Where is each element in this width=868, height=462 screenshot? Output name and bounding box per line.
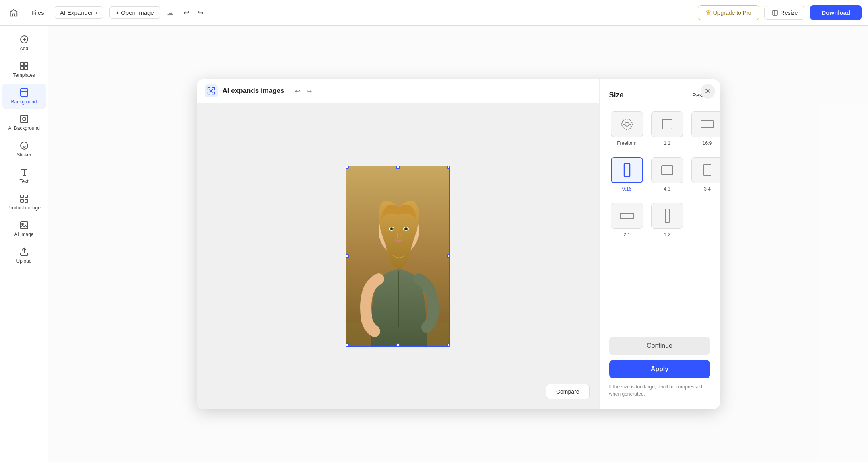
svg-rect-14 <box>21 222 28 229</box>
size-option-1-2[interactable]: 1:2 <box>649 200 685 241</box>
sidebar-item-templates[interactable]: Templates <box>2 57 46 82</box>
size-icon-4-3 <box>651 157 683 183</box>
add-icon <box>19 35 29 44</box>
size-option-2-1[interactable]: 2:1 <box>609 200 645 241</box>
modal-controls: Size Reset <box>599 79 720 409</box>
size-option-16-9[interactable]: 16:9 <box>690 108 720 149</box>
size-icon-1-2 <box>651 203 683 229</box>
size-icon-16-9 <box>691 111 720 137</box>
svg-point-25 <box>405 228 407 230</box>
undo-redo-group: ↩ ↪ <box>180 6 207 20</box>
sticker-icon <box>19 141 29 150</box>
svg-rect-35 <box>624 164 630 177</box>
size-label-4-3: 4:3 <box>664 186 670 192</box>
modal-header: AI expands images ↩ ↪ <box>197 79 599 103</box>
svg-rect-11 <box>25 195 28 198</box>
compare-button[interactable]: Compare <box>546 384 590 399</box>
svg-rect-12 <box>21 199 23 202</box>
size-icon-3-4 <box>691 157 720 183</box>
modal-title: AI expands images <box>223 87 285 95</box>
undo-button[interactable]: ↩ <box>180 6 193 20</box>
svg-rect-33 <box>662 119 672 129</box>
svg-point-8 <box>23 117 26 121</box>
open-image-button[interactable]: + Open Image <box>109 6 160 19</box>
ai-image-icon <box>19 220 29 230</box>
svg-rect-2 <box>21 62 24 66</box>
text-icon <box>19 167 29 177</box>
svg-point-22 <box>390 228 392 230</box>
svg-rect-34 <box>701 121 714 128</box>
modal-close-button[interactable]: ✕ <box>701 84 715 99</box>
topbar: Files AI Expander ▾ + Open Image ☁ ↩ ↪ ♛… <box>0 0 868 26</box>
modal-redo-button[interactable]: ↪ <box>304 86 314 97</box>
upgrade-button[interactable]: ♛ Upgrade to Pro <box>698 5 759 20</box>
size-icon-1-1 <box>651 111 683 137</box>
svg-rect-37 <box>704 164 711 176</box>
size-icon-2-1 <box>611 203 643 229</box>
size-options-grid: Freeform 1:1 <box>609 108 710 241</box>
size-option-1-1[interactable]: 1:1 <box>649 108 685 149</box>
svg-rect-6 <box>21 89 28 96</box>
modal-header-icon <box>205 84 218 97</box>
sidebar-item-ai-image[interactable]: AI Image <box>2 216 46 241</box>
sidebar-item-sticker[interactable]: Sticker <box>2 137 46 162</box>
upload-icon <box>19 247 29 257</box>
sidebar-item-ai-background[interactable]: AI Background <box>2 110 46 135</box>
files-button[interactable]: Files <box>27 7 48 18</box>
ai-expand-icon <box>207 86 216 95</box>
sidebar: Add Templates Background AI Background S… <box>0 26 48 462</box>
size-option-9-16[interactable]: 9:16 <box>609 154 645 195</box>
size-label-1-1: 1:1 <box>664 140 670 146</box>
cloud-icon[interactable]: ☁ <box>167 8 174 17</box>
svg-point-15 <box>22 223 23 225</box>
sidebar-item-upload[interactable]: Upload <box>2 243 46 268</box>
size-label-3-4: 3:4 <box>704 186 711 192</box>
svg-rect-0 <box>773 10 777 15</box>
modal-overlay: ✕ AI expands images ↩ ↪ <box>48 26 868 462</box>
apply-button[interactable]: Apply <box>609 360 710 378</box>
size-option-4-3[interactable]: 4:3 <box>649 154 685 195</box>
size-section-header: Size Reset <box>609 90 710 100</box>
size-label-2-1: 2:1 <box>623 232 630 238</box>
topbar-right: ♛ Upgrade to Pro Resize Download <box>698 5 862 20</box>
sidebar-item-text[interactable]: Text <box>2 163 46 188</box>
portrait-svg <box>346 166 450 347</box>
canvas-image[interactable] <box>346 166 450 347</box>
compress-note: If the size is too large, it will be com… <box>609 383 710 398</box>
modal-image-wrapper <box>197 103 599 409</box>
svg-rect-39 <box>665 209 669 223</box>
size-option-3-4[interactable]: 3:4 <box>690 154 720 195</box>
redo-button[interactable]: ↪ <box>194 6 207 20</box>
crown-icon: ♛ <box>705 9 711 16</box>
size-label-1-2: 1:2 <box>664 232 670 238</box>
modal-undo-redo: ↩ ↪ <box>293 86 314 97</box>
size-label-freeform: Freeform <box>617 140 637 146</box>
download-button[interactable]: Download <box>810 5 862 20</box>
resize-button[interactable]: Resize <box>764 6 806 20</box>
size-option-freeform[interactable]: Freeform <box>609 108 645 149</box>
topbar-left: Files AI Expander ▾ + Open Image ☁ ↩ ↪ <box>6 6 207 20</box>
svg-rect-10 <box>21 195 23 198</box>
home-button[interactable] <box>6 6 21 20</box>
size-icon-9-16 <box>611 157 643 183</box>
image-selection <box>346 166 450 347</box>
svg-point-28 <box>625 122 629 126</box>
size-icon-freeform <box>611 111 643 137</box>
svg-rect-5 <box>25 66 28 70</box>
modal-undo-button[interactable]: ↩ <box>293 86 303 97</box>
resize-icon <box>772 10 778 16</box>
sidebar-item-product-collage[interactable]: Product collage <box>2 190 46 215</box>
background-icon <box>19 88 29 97</box>
svg-rect-13 <box>25 199 28 202</box>
ai-background-icon <box>19 114 29 124</box>
sidebar-item-add[interactable]: Add <box>2 31 46 55</box>
svg-rect-38 <box>620 213 634 219</box>
continue-button[interactable]: Continue <box>609 337 710 355</box>
size-title: Size <box>609 91 624 99</box>
svg-point-9 <box>21 142 28 149</box>
svg-rect-4 <box>21 66 24 70</box>
sidebar-item-background[interactable]: Background <box>2 84 46 109</box>
svg-rect-36 <box>662 166 673 175</box>
svg-rect-3 <box>25 62 28 66</box>
ai-expander-button[interactable]: AI Expander ▾ <box>55 6 103 19</box>
